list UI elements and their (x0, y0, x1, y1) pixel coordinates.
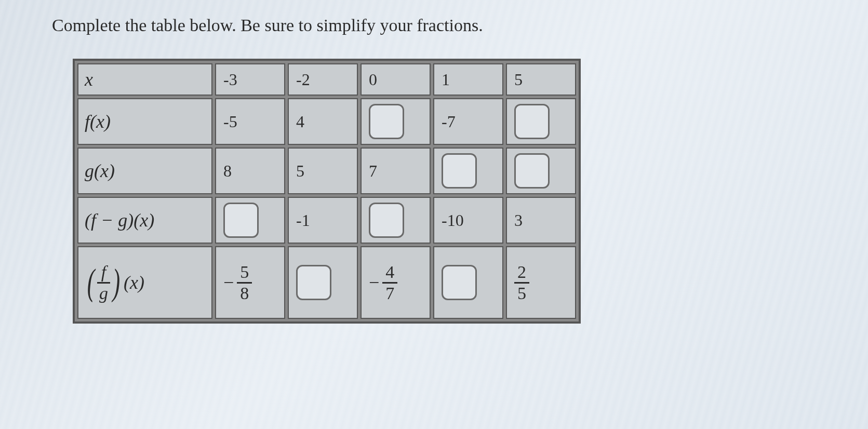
x-val-1: -3 (215, 63, 285, 96)
fog-val-1: − 5 8 (215, 246, 285, 319)
fx-input-3 (360, 98, 431, 145)
answer-input[interactable] (223, 203, 259, 238)
fx-input-5 (506, 98, 576, 145)
fx-val-4: -7 (433, 98, 503, 145)
label-x: x (77, 63, 212, 96)
function-table: x -3 -2 0 1 5 f(x) -5 4 -7 g(x) 8 5 7 (f… (73, 59, 581, 324)
label-gx: g(x) (77, 148, 212, 194)
row-fx: f(x) -5 4 -7 (77, 98, 576, 145)
fx-val-2: 4 (288, 98, 358, 145)
row-foverg: ( f g ) (x) − 5 8 (77, 246, 576, 319)
x-val-5: 5 (506, 63, 576, 96)
answer-input[interactable] (514, 104, 550, 139)
answer-input[interactable] (296, 265, 331, 300)
x-val-4: 1 (433, 63, 503, 96)
row-x: x -3 -2 0 1 5 (77, 63, 576, 96)
fmg-input-1 (215, 197, 285, 244)
label-fx: f(x) (77, 98, 212, 145)
x-val-3: 0 (360, 63, 431, 96)
math-table-container: x -3 -2 0 1 5 f(x) -5 4 -7 g(x) 8 5 7 (f… (73, 59, 816, 324)
answer-input[interactable] (442, 265, 477, 300)
instruction-text: Complete the table below. Be sure to sim… (52, 16, 816, 35)
gx-val-3: 7 (360, 148, 431, 194)
gx-val-2: 5 (288, 148, 358, 194)
fog-val-3: − 4 7 (360, 246, 431, 319)
gx-input-4 (433, 148, 503, 194)
row-fminusg: (f − g)(x) -1 -10 3 (77, 197, 576, 244)
fog-val-5: 2 5 (506, 246, 576, 319)
label-foverg: ( f g ) (x) (77, 246, 212, 319)
fog-input-4 (433, 246, 503, 319)
fog-input-2 (288, 246, 358, 319)
gx-val-1: 8 (215, 148, 285, 194)
answer-input[interactable] (369, 203, 404, 238)
fmg-val-2: -1 (288, 197, 358, 244)
gx-input-5 (506, 148, 576, 194)
label-fminusg: (f − g)(x) (77, 197, 212, 244)
answer-input[interactable] (514, 153, 550, 189)
fmg-val-5: 3 (506, 197, 576, 244)
x-val-2: -2 (288, 63, 358, 96)
answer-input[interactable] (369, 104, 404, 139)
fmg-input-3 (360, 197, 431, 244)
fmg-val-4: -10 (433, 197, 503, 244)
fx-val-1: -5 (215, 98, 285, 145)
row-gx: g(x) 8 5 7 (77, 148, 576, 194)
answer-input[interactable] (442, 153, 477, 189)
